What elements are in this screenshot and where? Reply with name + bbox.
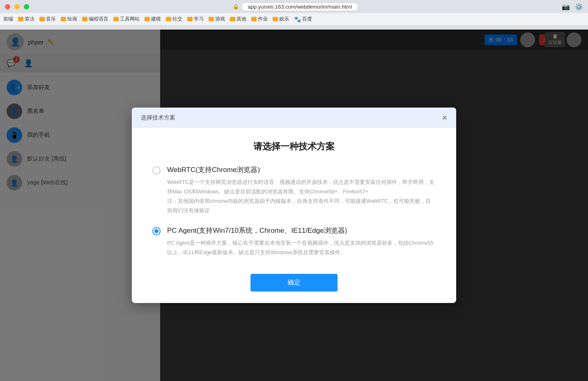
option-webrtc-title: WebRTC(支持Chrome浏览器): [167, 165, 436, 174]
bookmark-youxi[interactable]: 游戏: [209, 16, 225, 23]
bookmark-gongju[interactable]: 工具网站: [113, 16, 140, 23]
modal-header: 选择技术方案 ×: [132, 108, 456, 128]
browser-minimize-icon[interactable]: [14, 4, 20, 9]
confirm-button[interactable]: 确定: [250, 274, 338, 291]
option-pcagent-desc: PC Agent是一种插件方案，核心在于需要在本地安装一个音视频插件，优点是支持…: [167, 239, 436, 257]
bookmarks-bar: 前端 算法 音乐 绘画 编程语言 工具网站 建模 社交 学习 游戏 其他 作业 …: [0, 13, 588, 25]
bookmark-shejiao[interactable]: 社交: [166, 16, 182, 23]
modal-close-button[interactable]: ×: [442, 113, 447, 122]
bookmark-suanfa[interactable]: 算法: [18, 16, 34, 23]
option-pcagent-content: PC Agent(支持Win7/10系统，Chrome、IE11/Edge浏览器…: [167, 226, 436, 257]
url-display: app.yunxin.163.com/webdemo/im/main.html: [241, 2, 358, 11]
bookmark-qita[interactable]: 其他: [230, 16, 246, 23]
option-webrtc-content: WebRTC(支持Chrome浏览器) WebRTC是一个支持网页浏览器进行实时…: [167, 165, 436, 215]
browser-chrome: 🔒 app.yunxin.163.com/webdemo/im/main.htm…: [0, 0, 588, 30]
options-group: WebRTC(支持Chrome浏览器) WebRTC是一个支持网页浏览器进行实时…: [152, 165, 436, 257]
bookmark-xuexi[interactable]: 学习: [187, 16, 204, 23]
bookmark-jianmo[interactable]: 建模: [145, 16, 161, 23]
bookmark-biancheng[interactable]: 编程语言: [82, 16, 108, 23]
radio-pcagent[interactable]: [152, 227, 161, 235]
settings-icon[interactable]: ⚙️: [575, 3, 583, 11]
modal-heading: 请选择一种技术方案: [152, 140, 436, 153]
bookmark-huihua[interactable]: 绘画: [61, 16, 77, 23]
bookmark-zuoye[interactable]: 作业: [251, 16, 268, 23]
bookmark-qianduan[interactable]: 前端: [3, 16, 13, 23]
modal-title: 选择技术方案: [141, 114, 175, 122]
option-pcagent[interactable]: PC Agent(支持Win7/10系统，Chrome、IE11/Edge浏览器…: [152, 226, 436, 257]
browser-title-bar: 🔒 app.yunxin.163.com/webdemo/im/main.htm…: [0, 0, 588, 13]
option-pcagent-title: PC Agent(支持Win7/10系统，Chrome、IE11/Edge浏览器…: [167, 226, 436, 235]
modal-footer: 确定: [132, 266, 456, 303]
modal-overlay[interactable]: 选择技术方案 × 请选择一种技术方案 WebRTC(支持Chrome浏览器) W…: [0, 30, 588, 381]
camera-icon[interactable]: 📷: [562, 3, 570, 11]
browser-close-icon[interactable]: [5, 4, 10, 9]
modal: 选择技术方案 × 请选择一种技术方案 WebRTC(支持Chrome浏览器) W…: [132, 108, 456, 303]
option-webrtc[interactable]: WebRTC(支持Chrome浏览器) WebRTC是一个支持网页浏览器进行实时…: [152, 165, 436, 215]
bookmark-baidu[interactable]: 🐾百度: [294, 16, 312, 23]
bookmark-music[interactable]: 音乐: [39, 16, 56, 23]
browser-maximize-icon[interactable]: [24, 4, 29, 9]
radio-webrtc[interactable]: [152, 166, 161, 174]
option-webrtc-desc: WebRTC是一个支持网页浏览器进行实时语音、视频通话的开源技术，优点是不需要安…: [167, 178, 436, 215]
bookmark-yule[interactable]: 娱乐: [273, 16, 289, 23]
lock-icon: 🔒: [233, 4, 239, 9]
modal-body: 请选择一种技术方案 WebRTC(支持Chrome浏览器) WebRTC是一个支…: [132, 128, 456, 266]
